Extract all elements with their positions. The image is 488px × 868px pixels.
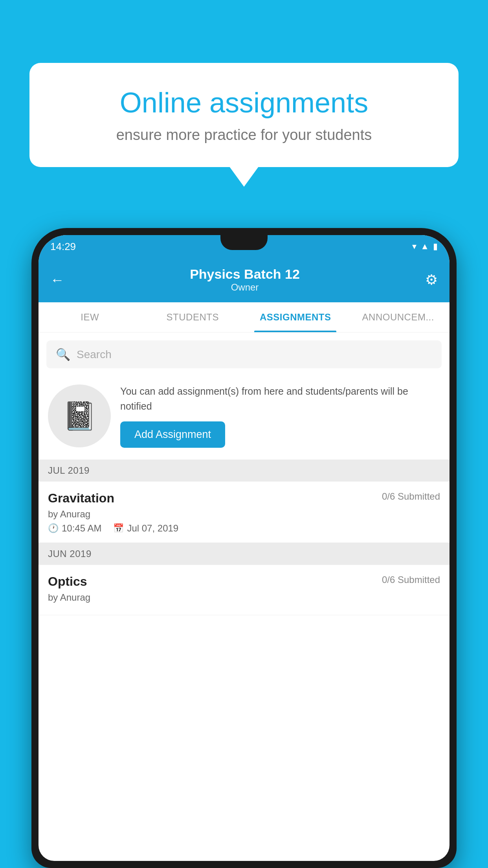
search-bar[interactable]: 🔍 Search: [46, 340, 442, 368]
status-icons: ▾ ▲ ▮: [412, 241, 438, 252]
app-header: ← Physics Batch 12 Owner ⚙: [39, 258, 449, 302]
calendar-icon: 📅: [113, 523, 124, 533]
tabs-container: IEW STUDENTS ASSIGNMENTS ANNOUNCEM...: [39, 302, 449, 333]
assignment-date-value: Jul 07, 2019: [127, 523, 178, 534]
status-time: 14:29: [50, 241, 76, 253]
assignment-info: You can add assignment(s) from here and …: [120, 384, 440, 448]
speech-bubble-container: Online assignments ensure more practice …: [29, 63, 459, 167]
battery-icon: ▮: [433, 241, 438, 252]
tab-students[interactable]: STUDENTS: [141, 302, 244, 332]
tab-assignments[interactable]: ASSIGNMENTS: [244, 302, 347, 332]
header-title: Physics Batch 12: [190, 267, 300, 282]
assignment-by-gravitation: by Anurag: [48, 509, 440, 520]
wifi-icon: ▾: [412, 241, 416, 252]
promo-title: Online assignments: [57, 86, 431, 119]
search-placeholder: Search: [77, 348, 112, 361]
assignment-by-optics: by Anurag: [48, 592, 440, 603]
assignment-submitted-gravitation: 0/6 Submitted: [382, 491, 440, 502]
add-assignment-button[interactable]: Add Assignment: [120, 421, 225, 448]
assignment-icon-circle: 📓: [48, 384, 111, 447]
assignment-time-gravitation: 🕐 10:45 AM: [48, 523, 101, 534]
tab-iew[interactable]: IEW: [39, 302, 141, 332]
assignment-name-gravitation: Gravitation: [48, 491, 114, 506]
assignment-row1: Gravitation 0/6 Submitted: [48, 491, 440, 506]
header-subtitle: Owner: [190, 282, 300, 293]
speech-bubble: Online assignments ensure more practice …: [29, 63, 459, 167]
gear-icon[interactable]: ⚙: [425, 272, 438, 288]
header-center: Physics Batch 12 Owner: [190, 267, 300, 293]
search-icon: 🔍: [56, 348, 70, 361]
back-button[interactable]: ←: [50, 272, 64, 288]
add-assignment-section: 📓 You can add assignment(s) from here an…: [39, 376, 449, 460]
phone-screen: 14:29 ▾ ▲ ▮ ← Physics Batch 12 Owner ⚙ I…: [39, 235, 449, 861]
status-bar: 14:29 ▾ ▲ ▮: [39, 235, 449, 258]
assignment-info-text: You can add assignment(s) from here and …: [120, 384, 440, 414]
phone-frame: 14:29 ▾ ▲ ▮ ← Physics Batch 12 Owner ⚙ I…: [31, 228, 457, 868]
tab-announcements[interactable]: ANNOUNCEM...: [347, 302, 450, 332]
month-header-jun: JUN 2019: [39, 543, 449, 565]
clock-icon: 🕐: [48, 523, 59, 533]
assignment-item-gravitation[interactable]: Gravitation 0/6 Submitted by Anurag 🕐 10…: [39, 482, 449, 543]
assignment-name-optics: Optics: [48, 574, 87, 589]
assignment-meta-gravitation: 🕐 10:45 AM 📅 Jul 07, 2019: [48, 523, 440, 534]
assignment-row1-optics: Optics 0/6 Submitted: [48, 574, 440, 589]
assignment-time-value: 10:45 AM: [62, 523, 101, 534]
assignment-item-optics[interactable]: Optics 0/6 Submitted by Anurag: [39, 565, 449, 615]
assignment-date-gravitation: 📅 Jul 07, 2019: [113, 523, 178, 534]
promo-subtitle: ensure more practice for your students: [57, 127, 431, 143]
notebook-icon: 📓: [62, 400, 97, 432]
notch: [220, 235, 268, 250]
signal-icon: ▲: [420, 241, 429, 252]
month-header-jul: JUL 2019: [39, 460, 449, 482]
assignment-submitted-optics: 0/6 Submitted: [382, 574, 440, 585]
